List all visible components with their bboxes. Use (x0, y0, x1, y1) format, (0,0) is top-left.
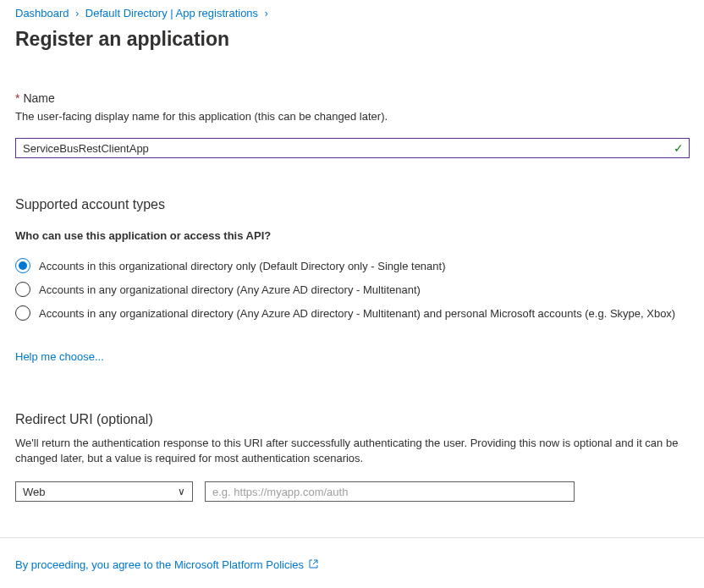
name-input-wrap: ✓ (15, 138, 690, 158)
name-help-text: The user-facing display name for this ap… (15, 110, 689, 123)
radio-icon (15, 282, 30, 297)
breadcrumb-app-registrations[interactable]: Default Directory | App registrations (85, 7, 258, 19)
radio-label: Accounts in any organizational directory… (39, 283, 421, 296)
platform-select[interactable]: Web ∨ (15, 481, 193, 502)
radio-label: Accounts in any organizational directory… (39, 307, 675, 320)
breadcrumb: Dashboard › Default Directory | App regi… (0, 0, 704, 23)
chevron-right-icon: › (261, 8, 272, 19)
account-type-option-single-tenant[interactable]: Accounts in this organizational director… (15, 254, 689, 278)
redirect-uri-title: Redirect URI (optional) (15, 412, 689, 427)
account-type-option-multitenant-personal[interactable]: Accounts in any organizational directory… (15, 301, 689, 325)
name-label: *Name (15, 91, 689, 105)
redirect-uri-input[interactable] (205, 481, 575, 502)
chevron-right-icon: › (72, 8, 82, 19)
app-name-input[interactable] (16, 139, 674, 157)
chevron-down-icon: ∨ (178, 486, 185, 497)
account-type-option-multitenant[interactable]: Accounts in any organizational directory… (15, 278, 689, 301)
radio-icon (15, 305, 30, 321)
platform-policies-link[interactable]: By proceeding, you agree to the Microsof… (15, 558, 318, 571)
check-icon: ✓ (674, 141, 684, 155)
account-types-question: Who can use this application or access t… (15, 229, 689, 242)
radio-icon (15, 258, 30, 273)
help-me-choose-link[interactable]: Help me choose... (15, 350, 104, 363)
redirect-uri-help: We'll return the authentication response… (15, 436, 689, 466)
account-types-title: Supported account types (15, 197, 689, 212)
required-star-icon: * (15, 91, 19, 105)
platform-selected-value: Web (23, 486, 178, 498)
external-link-icon (309, 559, 318, 570)
radio-label: Accounts in this organizational director… (39, 260, 446, 272)
breadcrumb-dashboard[interactable]: Dashboard (15, 7, 69, 19)
page-title: Register an application (0, 23, 704, 51)
